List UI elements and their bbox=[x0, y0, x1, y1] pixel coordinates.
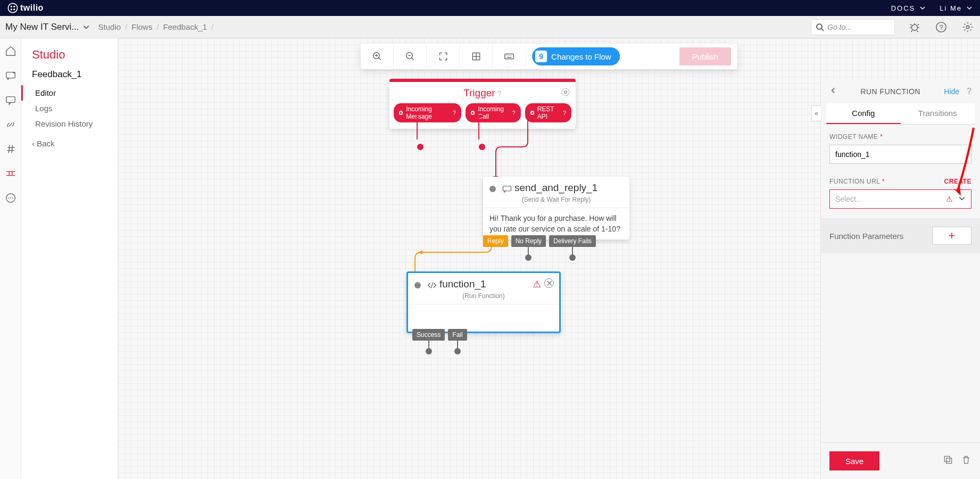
panel-title: RUN FUNCTION bbox=[842, 87, 939, 96]
error-icon: ⚠ bbox=[533, 278, 541, 290]
keyboard-icon[interactable] bbox=[493, 44, 526, 69]
route-fail[interactable]: Fail bbox=[448, 329, 467, 341]
canvas-toolbar: 9 Changes to Flow Publish bbox=[361, 44, 737, 69]
svg-point-0 bbox=[8, 3, 17, 12]
add-param-button[interactable]: + bbox=[932, 227, 971, 245]
svg-text:?: ? bbox=[939, 23, 943, 31]
crumb[interactable]: Flows bbox=[131, 22, 152, 31]
settings-icon[interactable] bbox=[961, 20, 975, 34]
svg-point-11 bbox=[13, 72, 15, 74]
properties-panel: « RUN FUNCTION Hide? Config Transitions … bbox=[820, 80, 980, 479]
port-icon[interactable] bbox=[414, 282, 421, 288]
send-reply-widget[interactable]: send_and_reply_1 (Send & Wait For Reply)… bbox=[483, 177, 629, 240]
svg-point-1 bbox=[11, 6, 12, 7]
changes-button[interactable]: 9 Changes to Flow bbox=[532, 47, 620, 65]
svg-point-21 bbox=[564, 91, 567, 94]
close-icon[interactable]: ✕ bbox=[544, 278, 554, 288]
brand-logo[interactable]: twilio bbox=[7, 3, 44, 13]
chevron-down-icon bbox=[958, 195, 966, 204]
sidebar-item-logs[interactable]: Logs bbox=[21, 101, 118, 116]
widget-body: Hi! Thank you for a purchase. How will y… bbox=[483, 208, 629, 240]
route-deliveryfails[interactable]: Delivery Fails bbox=[549, 235, 596, 247]
top-bar: twilio DOCS Li Me bbox=[0, 0, 980, 16]
gear-icon[interactable] bbox=[561, 87, 570, 99]
create-link[interactable]: CREATE bbox=[944, 178, 971, 185]
svg-point-3 bbox=[11, 9, 12, 10]
message-icon bbox=[502, 185, 512, 193]
svg-rect-25 bbox=[946, 458, 952, 464]
svg-point-14 bbox=[8, 197, 9, 199]
svg-rect-23 bbox=[503, 186, 511, 191]
fit-screen-icon[interactable] bbox=[427, 44, 460, 69]
collapse-panel-icon[interactable]: « bbox=[811, 105, 821, 121]
panel-back-icon[interactable] bbox=[829, 87, 837, 96]
svg-rect-24 bbox=[944, 456, 950, 461]
route-reply[interactable]: Reply bbox=[483, 235, 508, 247]
trigger-pill-message[interactable]: Incoming Message? bbox=[394, 103, 461, 122]
crumb[interactable]: Feedback_1 bbox=[163, 22, 207, 31]
hide-link[interactable]: Hide bbox=[944, 87, 959, 96]
trigger-widget[interactable]: Trigger ? Incoming Message? Incoming Cal… bbox=[389, 79, 576, 129]
crumb[interactable]: Studio bbox=[98, 22, 121, 31]
docs-link[interactable]: DOCS bbox=[891, 4, 926, 12]
svg-point-9 bbox=[966, 26, 969, 29]
svg-point-5 bbox=[817, 24, 822, 29]
rail-hash-icon[interactable] bbox=[4, 143, 17, 155]
tab-transitions[interactable]: Transitions bbox=[901, 103, 975, 124]
route-noreply[interactable]: No Reply bbox=[511, 235, 546, 247]
svg-point-22 bbox=[562, 88, 569, 96]
svg-point-2 bbox=[13, 6, 15, 7]
sidebar: Studio Feedback_1 Editor Logs Revision H… bbox=[21, 38, 118, 479]
error-icon: ⚠ bbox=[946, 195, 953, 203]
widget-name-input[interactable] bbox=[829, 145, 971, 164]
grid-icon[interactable] bbox=[460, 44, 493, 69]
rail-message-icon[interactable] bbox=[4, 69, 17, 82]
rail-home-icon[interactable] bbox=[4, 45, 17, 57]
svg-rect-20 bbox=[504, 54, 513, 59]
zoom-in-icon[interactable] bbox=[361, 44, 394, 69]
user-menu[interactable]: Li Me bbox=[940, 4, 973, 12]
help-icon[interactable]: ? bbox=[967, 87, 971, 96]
duplicate-icon[interactable] bbox=[943, 455, 953, 467]
global-search[interactable]: Go to... bbox=[811, 19, 895, 35]
rail-link-icon[interactable] bbox=[4, 118, 17, 131]
delete-icon[interactable] bbox=[961, 455, 971, 467]
rail-chat-icon[interactable] bbox=[4, 94, 17, 106]
publish-button[interactable]: Publish bbox=[679, 47, 731, 65]
select-placeholder: Select... bbox=[835, 195, 862, 203]
tab-config[interactable]: Config bbox=[826, 103, 901, 124]
sidebar-item-revision[interactable]: Revision History bbox=[21, 116, 118, 131]
widget-title: function_1 bbox=[439, 278, 486, 290]
sidebar-flow-name: Feedback_1 bbox=[21, 69, 118, 85]
left-rail bbox=[0, 38, 21, 479]
route-success[interactable]: Success bbox=[412, 329, 445, 341]
help-icon[interactable]: ? bbox=[497, 89, 502, 98]
rail-more-icon[interactable] bbox=[4, 192, 17, 204]
function-widget[interactable]: function_1 ⚠ ✕ (Run Function) Success Fa… bbox=[406, 271, 561, 333]
changes-count: 9 bbox=[535, 51, 547, 62]
sidebar-item-editor[interactable]: Editor bbox=[21, 85, 118, 101]
svg-point-15 bbox=[10, 197, 11, 199]
sidebar-back[interactable]: ‹ Back bbox=[21, 131, 118, 155]
trigger-pill-rest[interactable]: REST API? bbox=[525, 103, 571, 122]
sub-bar: My New IT Servi... Studio/ Flows/ Feedba… bbox=[0, 16, 980, 38]
help-icon[interactable]: ? bbox=[934, 20, 948, 34]
widget-title: send_and_reply_1 bbox=[514, 182, 597, 193]
debug-icon[interactable] bbox=[908, 20, 921, 34]
chevron-down-icon bbox=[82, 23, 90, 31]
svg-point-4 bbox=[13, 9, 15, 10]
chevron-down-icon bbox=[919, 5, 926, 11]
brand-text: twilio bbox=[20, 3, 44, 13]
function-url-label: FUNCTION URL bbox=[829, 178, 880, 185]
params-label: Function Parameters bbox=[829, 232, 903, 241]
svg-point-16 bbox=[12, 197, 13, 199]
rail-studio-icon[interactable] bbox=[4, 167, 17, 180]
code-icon bbox=[427, 282, 437, 289]
function-url-select[interactable]: Select... ⚠ bbox=[829, 189, 971, 209]
save-button[interactable]: Save bbox=[829, 451, 879, 470]
port-icon[interactable] bbox=[489, 186, 496, 192]
chevron-down-icon bbox=[966, 5, 973, 11]
trigger-pill-call[interactable]: Incoming Call? bbox=[466, 103, 520, 122]
zoom-out-icon[interactable] bbox=[394, 44, 427, 69]
project-dropdown[interactable]: My New IT Servi... bbox=[5, 22, 90, 32]
